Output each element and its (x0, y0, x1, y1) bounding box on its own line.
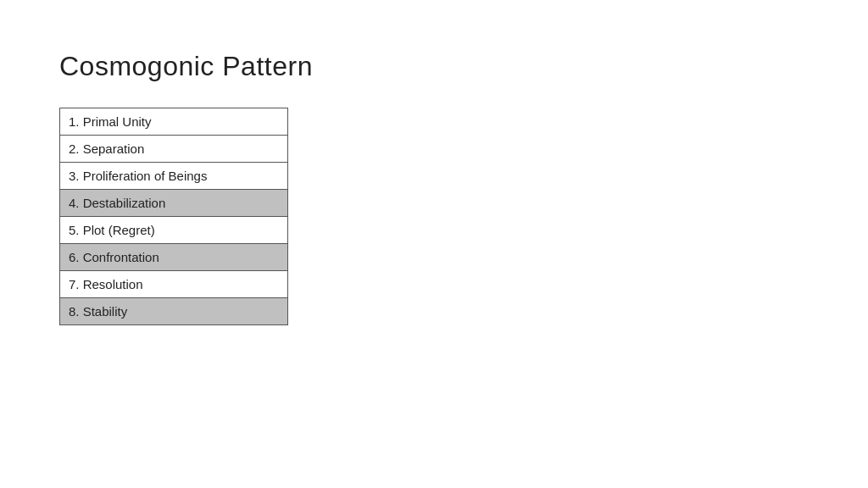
page-title: Cosmogonic Pattern (59, 51, 809, 82)
list-item: 7. Resolution (60, 271, 288, 298)
list-item: 4. Destabilization (60, 190, 288, 217)
table-row: 7. Resolution (60, 271, 288, 298)
list-item: 8. Stability (60, 298, 288, 325)
table-row: 6. Confrontation (60, 244, 288, 271)
pattern-table: 1. Primal Unity2. Separation3. Prolifera… (59, 108, 288, 325)
table-row: 4. Destabilization (60, 190, 288, 217)
list-item: 2. Separation (60, 136, 288, 163)
table-row: 8. Stability (60, 298, 288, 325)
list-item: 1. Primal Unity (60, 108, 288, 136)
page-container: Cosmogonic Pattern 1. Primal Unity2. Sep… (0, 0, 868, 376)
table-row: 5. Plot (Regret) (60, 217, 288, 244)
table-row: 1. Primal Unity (60, 108, 288, 136)
table-row: 2. Separation (60, 136, 288, 163)
table-row: 3. Proliferation of Beings (60, 163, 288, 190)
list-item: 5. Plot (Regret) (60, 217, 288, 244)
list-item: 3. Proliferation of Beings (60, 163, 288, 190)
list-item: 6. Confrontation (60, 244, 288, 271)
